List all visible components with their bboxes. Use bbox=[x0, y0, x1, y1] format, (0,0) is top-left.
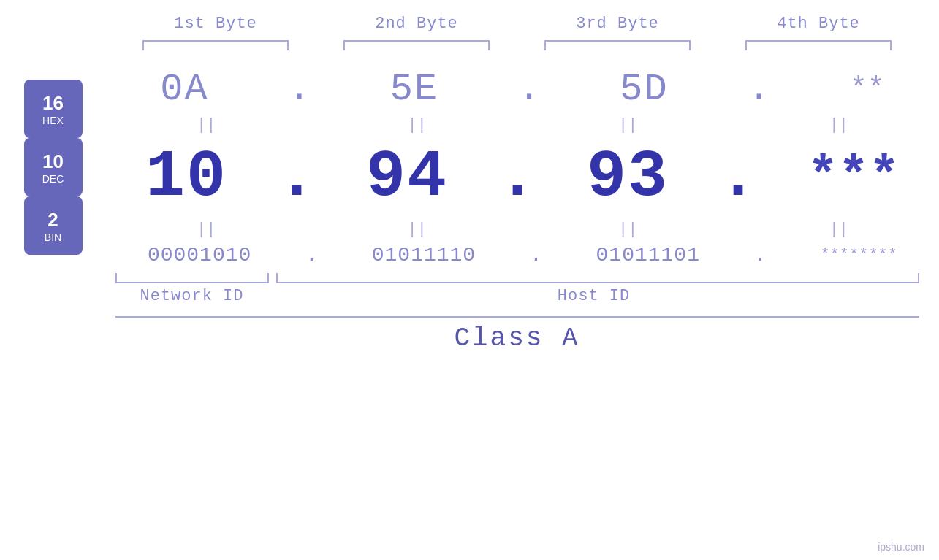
bin-byte4: ******** bbox=[820, 246, 897, 264]
hex-dot1: . bbox=[288, 68, 311, 111]
hex-byte3: 5D bbox=[620, 68, 668, 111]
hex-num: 16 bbox=[42, 92, 64, 115]
hex-dot3: . bbox=[748, 68, 770, 111]
byte4-header: 4th Byte bbox=[738, 15, 899, 33]
dec-dot2: . bbox=[498, 140, 537, 215]
hex-badge: 16 HEX bbox=[24, 80, 83, 138]
byte-headers: 1st Byte 2nd Byte 3rd Byte 4th Byte bbox=[115, 15, 919, 33]
eq1-2: || bbox=[337, 116, 498, 134]
bottom-section: Network ID Host ID bbox=[115, 273, 919, 305]
hex-byte1: 0A bbox=[160, 68, 208, 111]
bin-dot3: . bbox=[754, 244, 767, 266]
network-bracket bbox=[115, 273, 269, 283]
eq1-3: || bbox=[547, 116, 708, 134]
network-id-label: Network ID bbox=[115, 287, 269, 305]
host-id-label: Host ID bbox=[269, 287, 919, 305]
equals-row-1: || || || || bbox=[121, 116, 924, 134]
label-column: 16 HEX 10 DEC 2 BIN bbox=[0, 65, 106, 269]
bottom-brackets bbox=[115, 273, 919, 283]
eq2-1: || bbox=[126, 220, 286, 239]
byte2-header: 2nd Byte bbox=[336, 15, 497, 33]
watermark: ipshu.com bbox=[878, 541, 924, 553]
hex-dot2: . bbox=[518, 68, 541, 111]
bracket-2 bbox=[343, 40, 490, 50]
bracket-4 bbox=[745, 40, 892, 50]
dec-dot1: . bbox=[277, 140, 316, 215]
bottom-labels: Network ID Host ID bbox=[115, 287, 919, 305]
dec-byte3: 93 bbox=[587, 140, 669, 215]
dec-byte1: 10 bbox=[145, 140, 227, 215]
dec-num: 10 bbox=[42, 150, 64, 173]
byte1-header: 1st Byte bbox=[135, 15, 296, 33]
dec-badge: 10 DEC bbox=[24, 138, 83, 196]
hex-byte4: ** bbox=[850, 73, 885, 106]
bin-dot1: . bbox=[305, 244, 318, 266]
dec-byte4: *** bbox=[807, 148, 900, 206]
bin-row: 00001010 . 01011110 . 01011101 . *******… bbox=[121, 244, 924, 266]
byte3-header: 3rd Byte bbox=[537, 15, 698, 33]
host-bracket bbox=[276, 273, 919, 283]
bin-byte1: 00001010 bbox=[148, 244, 251, 266]
class-section: Class A bbox=[115, 316, 919, 353]
bin-num: 2 bbox=[47, 209, 58, 231]
bin-dot2: . bbox=[530, 244, 542, 266]
dec-byte2: 94 bbox=[366, 140, 448, 215]
main-container: 1st Byte 2nd Byte 3rd Byte 4th Byte 16 H… bbox=[0, 0, 939, 560]
top-brackets bbox=[115, 40, 919, 50]
hex-byte2: 5E bbox=[390, 68, 438, 111]
hex-row: 0A . 5E . 5D . ** bbox=[121, 68, 924, 111]
eq2-4: || bbox=[759, 220, 919, 239]
dec-base: DEC bbox=[42, 173, 64, 185]
bracket-1 bbox=[142, 40, 289, 50]
eq1-4: || bbox=[759, 116, 919, 134]
dec-row: 10 . 94 . 93 . *** bbox=[121, 140, 924, 215]
bin-base: BIN bbox=[45, 231, 61, 243]
eq1-1: || bbox=[126, 116, 286, 134]
class-bracket-line bbox=[115, 316, 919, 318]
bin-byte2: 01011110 bbox=[372, 244, 476, 266]
eq2-3: || bbox=[547, 220, 708, 239]
equals-row-2: || || || || bbox=[121, 220, 924, 239]
class-label: Class A bbox=[115, 323, 919, 353]
bin-byte3: 01011101 bbox=[596, 244, 700, 266]
dec-dot3: . bbox=[718, 140, 758, 215]
hex-base: HEX bbox=[42, 115, 64, 126]
bracket-3 bbox=[544, 40, 691, 50]
eq2-2: || bbox=[337, 220, 498, 239]
bin-badge: 2 BIN bbox=[24, 196, 83, 255]
